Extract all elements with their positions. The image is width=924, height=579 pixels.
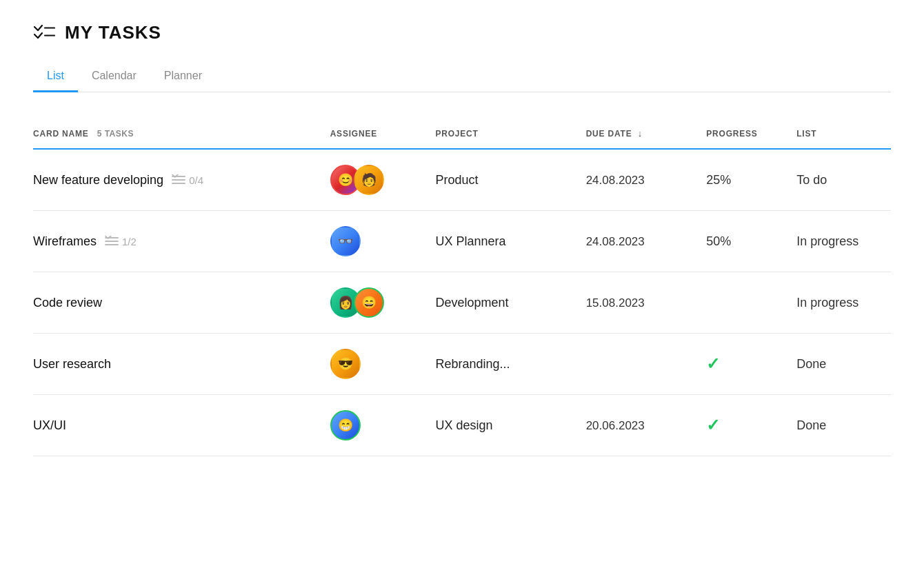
cell-project: UX design xyxy=(424,395,574,456)
card-name-cell: UX/UI xyxy=(33,418,308,433)
cell-progress: ✓ xyxy=(695,395,785,456)
cell-duedate xyxy=(575,334,696,395)
cell-duedate: 24.08.2023 xyxy=(575,149,696,211)
avatar: 👓 xyxy=(330,226,361,256)
table-row: Wireframes 1/2 👓 UX Plannera24.08.202350… xyxy=(33,211,891,272)
cell-list: In progress xyxy=(785,211,891,272)
tab-planner[interactable]: Planner xyxy=(150,63,216,92)
cell-assignee: 😊 🧑 xyxy=(319,149,425,211)
col-header-list: LIST xyxy=(785,120,891,149)
table-row: UX/UI 😁 UX design20.06.2023✓Done xyxy=(33,395,891,456)
avatar-group: 😊 🧑 xyxy=(330,165,414,195)
avatar: 😄 xyxy=(354,287,384,318)
cell-assignee: 👩 😄 xyxy=(319,272,425,334)
cell-project: Rebranding... xyxy=(424,334,574,395)
avatar-group: 😁 xyxy=(330,410,414,440)
cell-list: To do xyxy=(785,149,891,211)
check-icon: ✓ xyxy=(706,416,720,434)
avatar-group: 👩 😄 xyxy=(330,287,414,318)
avatar-group: 😎 xyxy=(330,349,414,379)
cell-progress xyxy=(695,272,785,334)
cell-project: UX Plannera xyxy=(424,211,574,272)
table-row: New feature developing 0/4 😊 🧑 Product24… xyxy=(33,149,891,211)
due-date-value: 15.08.2023 xyxy=(586,296,645,309)
due-date-value: 24.08.2023 xyxy=(586,174,645,187)
task-name: New feature developing xyxy=(33,173,163,187)
table-row: User research 😎 Rebranding...✓Done xyxy=(33,334,891,395)
table-row: Code review 👩 😄 Development15.08.2023In … xyxy=(33,272,891,334)
tab-calendar[interactable]: Calendar xyxy=(78,63,150,92)
progress-value: 25% xyxy=(706,173,731,187)
card-name-cell: Wireframes 1/2 xyxy=(33,234,308,249)
cell-duedate: 20.06.2023 xyxy=(575,395,696,456)
cell-cardname: Code review xyxy=(33,272,319,334)
due-date-value: 24.08.2023 xyxy=(586,235,645,248)
col-header-cardname: CARD NAME 5 TASKS xyxy=(33,120,319,149)
cell-list: Done xyxy=(785,334,891,395)
avatar-group: 👓 xyxy=(330,226,414,256)
col-header-assignee: ASSIGNEE xyxy=(319,120,425,149)
cell-duedate: 15.08.2023 xyxy=(575,272,696,334)
my-tasks-icon xyxy=(33,23,55,43)
task-name: Wireframes xyxy=(33,234,97,249)
cell-cardname: User research xyxy=(33,334,319,395)
list-status-value: Done xyxy=(796,418,826,432)
cell-cardname: New feature developing 0/4 xyxy=(33,149,319,211)
avatar: 🧑 xyxy=(354,165,384,195)
cell-progress: ✓ xyxy=(695,334,785,395)
tab-list[interactable]: List xyxy=(33,63,78,92)
cell-assignee: 😁 xyxy=(319,395,425,456)
cell-project: Product xyxy=(424,149,574,211)
cell-cardname: Wireframes 1/2 xyxy=(33,211,319,272)
due-date-value: 20.06.2023 xyxy=(586,419,645,432)
cell-duedate: 24.08.2023 xyxy=(575,211,696,272)
list-status-value: Done xyxy=(796,357,826,371)
list-status-value: To do xyxy=(796,173,827,187)
card-name-cell: Code review xyxy=(33,296,308,310)
list-status-value: In progress xyxy=(796,234,858,248)
cell-assignee: 👓 xyxy=(319,211,425,272)
col-header-project: PROJECT xyxy=(424,120,574,149)
task-name: User research xyxy=(33,357,111,372)
sort-arrow-icon: ↓ xyxy=(638,128,643,139)
tab-bar: List Calendar Planner xyxy=(33,63,891,92)
subtask-icon xyxy=(172,174,185,185)
progress-value: 50% xyxy=(706,234,731,248)
subtask-icon xyxy=(105,236,119,247)
cell-project: Development xyxy=(424,272,574,334)
col-header-duedate[interactable]: DUE DATE ↓ xyxy=(575,120,696,149)
col-header-progress: PROGRESS xyxy=(695,120,785,149)
task-table: CARD NAME 5 TASKS ASSIGNEE PROJECT DUE D… xyxy=(33,120,891,456)
page-header: MY TASKS xyxy=(33,22,891,43)
table-header-row: CARD NAME 5 TASKS ASSIGNEE PROJECT DUE D… xyxy=(33,120,891,149)
card-name-cell: User research xyxy=(33,357,308,372)
avatar: 😁 xyxy=(330,410,361,440)
subtask-count: 0/4 xyxy=(172,174,203,186)
cell-list: Done xyxy=(785,395,891,456)
cell-cardname: UX/UI xyxy=(33,395,319,456)
cell-assignee: 😎 xyxy=(319,334,425,395)
task-name: Code review xyxy=(33,296,102,310)
avatar: 😎 xyxy=(330,349,361,379)
list-status-value: In progress xyxy=(796,296,858,309)
check-icon: ✓ xyxy=(706,354,720,373)
cell-progress: 50% xyxy=(695,211,785,272)
cell-progress: 25% xyxy=(695,149,785,211)
cell-list: In progress xyxy=(785,272,891,334)
task-name: UX/UI xyxy=(33,418,66,433)
subtask-count: 1/2 xyxy=(105,236,137,247)
page-title: MY TASKS xyxy=(65,22,161,43)
card-name-cell: New feature developing 0/4 xyxy=(33,173,308,187)
